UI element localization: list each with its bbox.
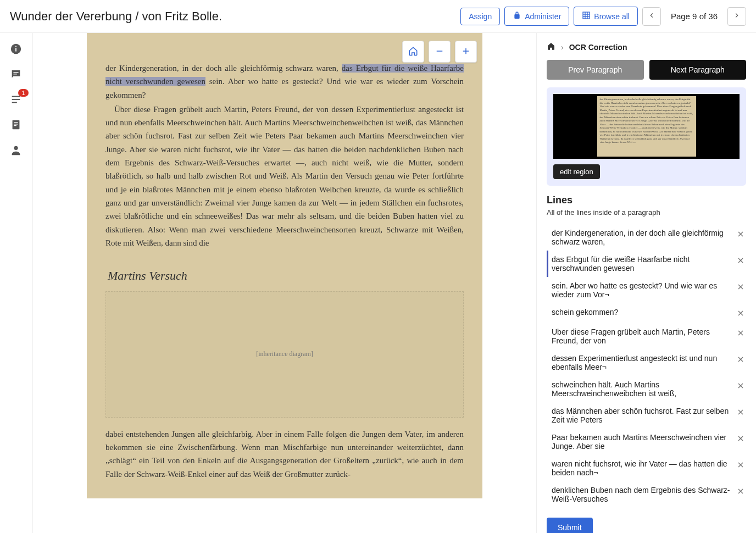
close-icon: [736, 462, 745, 471]
browse-all-button[interactable]: Browse all: [574, 7, 638, 26]
chevron-right-icon: [733, 12, 741, 21]
chat-icon[interactable]: [10, 68, 23, 81]
line-row[interactable]: der Kindergeneration, in der doch alle g…: [547, 224, 746, 251]
lines-icon[interactable]: 1: [10, 93, 23, 107]
delete-line-button[interactable]: [736, 256, 746, 266]
delete-line-button[interactable]: [736, 230, 746, 240]
svg-rect-16: [14, 125, 16, 126]
zoom-controls: [402, 41, 477, 63]
edit-region-button[interactable]: edit region: [553, 164, 600, 179]
minus-icon: [435, 46, 444, 58]
close-icon: [736, 330, 745, 339]
svg-point-17: [14, 146, 18, 150]
close-icon: [736, 436, 745, 445]
svg-rect-9: [13, 74, 16, 74]
delete-line-button[interactable]: [736, 487, 746, 497]
delete-line-button[interactable]: [736, 434, 746, 444]
delete-line-button[interactable]: [736, 355, 746, 365]
lines-subheading: All of the lines inside of a paragraph: [547, 208, 746, 216]
svg-rect-14: [14, 122, 18, 123]
page-text: der Kindergeneration, in der doch alle g…: [105, 64, 342, 73]
prev-paragraph-button[interactable]: Prev Paragraph: [547, 60, 644, 80]
delete-line-button[interactable]: [736, 329, 746, 338]
ocr-panel: › OCR Correction Prev Paragraph Next Par…: [536, 33, 756, 533]
close-icon: [736, 357, 745, 365]
lines-list: der Kindergeneration, in der doch alle g…: [547, 224, 746, 508]
info-icon[interactable]: [10, 43, 23, 56]
delete-line-button[interactable]: [736, 408, 746, 418]
image-viewer[interactable]: der Kindergeneration, in der doch alle g…: [33, 33, 536, 533]
zoom-home-button[interactable]: [402, 41, 424, 63]
close-icon: [736, 258, 745, 266]
close-icon: [736, 409, 745, 418]
prev-page-button[interactable]: [642, 7, 661, 26]
line-text: schweinchen hält. Auch Martins Meerschwe…: [552, 380, 732, 398]
close-icon: [736, 383, 745, 392]
notification-badge: 1: [18, 89, 28, 97]
home-icon: [408, 46, 418, 58]
experiment-label: Martins Versuch: [108, 266, 187, 286]
line-text: waren nicht fuchsrot, wie ihr Vater — da…: [552, 459, 732, 477]
svg-rect-6: [15, 48, 16, 51]
page-text: dabei entstehenden Jungen alle gleichfar…: [105, 427, 464, 481]
line-text: schein gekommen?: [552, 308, 732, 317]
line-row[interactable]: denklichen Buben nach dem Ergebnis des S…: [547, 481, 746, 508]
line-text: sein. Aber wo hatte es gesteckt? Und wie…: [552, 281, 732, 299]
close-icon: [736, 284, 745, 293]
region-thumbnail[interactable]: der Kindergeneration, in der doch alle g…: [553, 94, 740, 159]
left-rail: 1: [0, 33, 33, 533]
assign-button[interactable]: Assign: [460, 8, 500, 25]
next-paragraph-button[interactable]: Next Paragraph: [649, 60, 747, 80]
line-row[interactable]: Paar bekamen auch Martins Meerschweinche…: [547, 429, 746, 455]
delete-line-button[interactable]: [736, 282, 746, 292]
line-text: das Erbgut für die weiße Haarfarbe nicht…: [552, 255, 732, 273]
home-icon[interactable]: [547, 42, 555, 52]
browse-all-label: Browse all: [594, 12, 630, 21]
zoom-in-button[interactable]: [455, 41, 477, 63]
line-row[interactable]: das Männchen aber schön fuchsrot. Fast z…: [547, 402, 746, 429]
close-icon: [736, 231, 745, 240]
close-icon: [736, 488, 745, 497]
svg-rect-0: [583, 12, 590, 19]
close-icon: [736, 310, 745, 319]
page-text: Über diese Fragen grübelt auch Martin, P…: [105, 103, 464, 249]
line-row[interactable]: schweinchen hält. Auch Martins Meerschwe…: [547, 376, 746, 402]
line-text: das Männchen aber schön fuchsrot. Fast z…: [552, 407, 732, 424]
svg-rect-12: [12, 102, 16, 103]
line-row[interactable]: schein gekommen?: [547, 303, 746, 323]
delete-line-button[interactable]: [736, 309, 746, 319]
page-indicator: Page 9 of 36: [665, 12, 723, 21]
svg-rect-13: [12, 120, 19, 130]
breadcrumb-label: OCR Correction: [569, 43, 627, 52]
lines-heading: Lines: [547, 195, 746, 206]
person-icon[interactable]: [10, 144, 23, 157]
assign-label: Assign: [469, 12, 492, 21]
line-text: der Kindergeneration, in der doch alle g…: [552, 229, 732, 246]
svg-rect-8: [13, 72, 18, 73]
line-row[interactable]: Uber diese Fragen grübelt auch Martin, P…: [547, 323, 746, 349]
breadcrumb-separator: ›: [561, 43, 564, 52]
svg-rect-7: [15, 46, 16, 47]
inheritance-diagram: [inheritance diagram]: [105, 291, 464, 418]
breadcrumb: › OCR Correction: [547, 42, 746, 52]
line-text: Uber diese Fragen grübelt auch Martin, P…: [552, 327, 732, 345]
grid-icon: [582, 11, 591, 21]
line-row[interactable]: waren nicht fuchsrot, wie ihr Vater — da…: [547, 455, 746, 481]
scanned-page: der Kindergeneration, in der doch alle g…: [87, 33, 482, 498]
delete-line-button[interactable]: [736, 460, 746, 470]
zoom-out-button[interactable]: [429, 41, 451, 63]
next-page-button[interactable]: [727, 7, 746, 26]
region-thumbnail-card: der Kindergeneration, in der doch alle g…: [547, 87, 746, 186]
delete-line-button[interactable]: [736, 381, 746, 391]
line-text: dessen Experimentierlust angesteckt ist …: [552, 354, 732, 371]
line-row[interactable]: dessen Experimentierlust angesteckt ist …: [547, 349, 746, 376]
line-row[interactable]: sein. Aber wo hatte es gesteckt? Und wie…: [547, 277, 746, 303]
svg-rect-11: [12, 99, 20, 100]
plus-icon: [461, 46, 471, 58]
chevron-left-icon: [648, 12, 655, 21]
submit-button[interactable]: Submit: [547, 518, 593, 533]
header: Wunder der Vererbung / von Fritz Bolle. …: [0, 0, 756, 33]
line-row[interactable]: das Erbgut für die weiße Haarfarbe nicht…: [547, 251, 746, 277]
administer-button[interactable]: Administer: [504, 7, 569, 26]
document-icon[interactable]: [10, 119, 23, 132]
